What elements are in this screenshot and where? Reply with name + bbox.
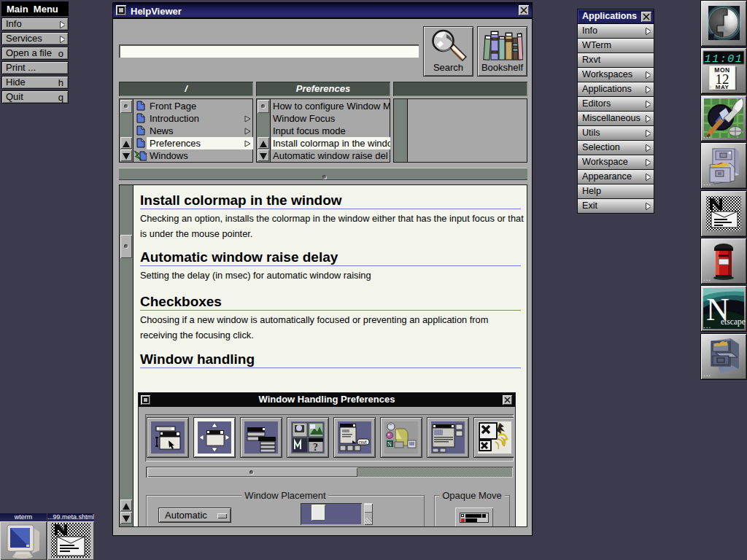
svg-text:11:01: 11:01 xyxy=(705,53,743,66)
svg-text:N: N xyxy=(387,441,392,448)
svg-text:?: ? xyxy=(313,442,318,453)
svg-text:etscape: etscape xyxy=(721,317,746,327)
svg-text:rxvt: rxvt xyxy=(359,440,367,445)
svg-text:MAY: MAY xyxy=(716,84,729,90)
